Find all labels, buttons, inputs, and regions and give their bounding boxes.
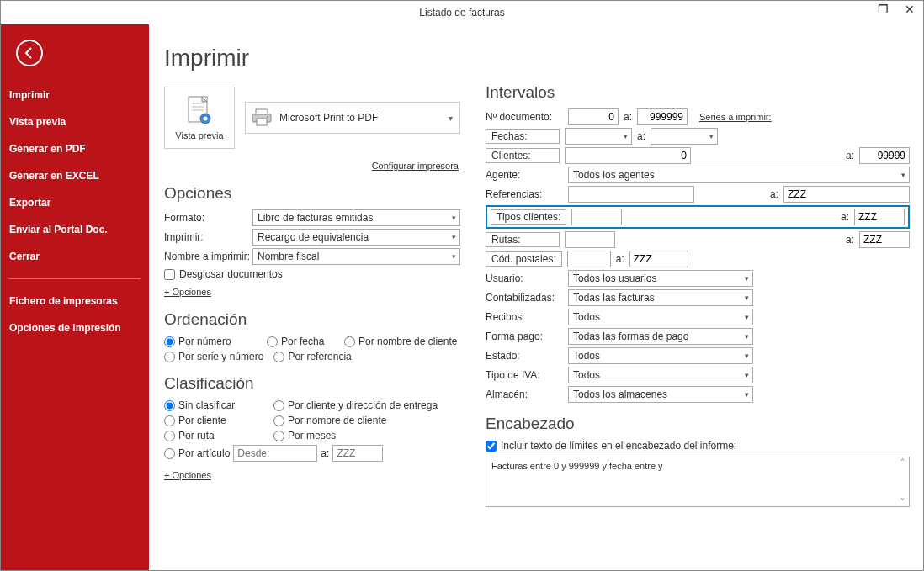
clasif-por-meses[interactable]: Por meses: [273, 430, 460, 441]
a-label: a:: [841, 211, 849, 223]
orden-por-nombre-cliente[interactable]: Por nombre de cliente: [344, 336, 457, 347]
a-label: a:: [624, 111, 632, 123]
a-label: a:: [321, 447, 329, 459]
fechas-button[interactable]: Fechas:: [486, 129, 560, 144]
articulo-hasta-input[interactable]: [332, 445, 383, 462]
printer-select[interactable]: Microsoft Print to PDF ▾: [245, 102, 460, 134]
agente-select[interactable]: Todos los agentes▾: [568, 167, 910, 183]
fecha-hasta-select[interactable]: ▾: [651, 128, 718, 145]
clientes-button[interactable]: Clientes:: [486, 148, 560, 163]
incluir-texto-checkbox[interactable]: Incluir texto de límites en el encabezad…: [486, 440, 910, 452]
tipos-clientes-button[interactable]: Tipos clientes:: [491, 209, 566, 225]
cp-from-input[interactable]: [567, 251, 611, 267]
fecha-desde-select[interactable]: ▾: [565, 128, 632, 145]
clasif-por-articulo[interactable]: Por artículo: [164, 447, 230, 459]
sidebar-item-exportar[interactable]: Exportar: [1, 189, 149, 216]
series-imprimir-link[interactable]: Series a imprimir:: [699, 112, 772, 122]
recibos-select[interactable]: Todos▾: [568, 309, 753, 325]
ref-from-input[interactable]: [568, 186, 694, 203]
contabilizadas-select[interactable]: Todas las facturas▾: [568, 289, 753, 306]
referencias-label: Referencias:: [486, 188, 563, 200]
tipo-iva-select[interactable]: Todos▾: [568, 367, 753, 383]
almacen-select[interactable]: Todos los almacenes▾: [568, 386, 753, 403]
ordenacion-heading: Ordenación: [164, 310, 460, 329]
back-button[interactable]: [16, 40, 43, 66]
rutas-button[interactable]: Rutas:: [486, 232, 560, 247]
tipos-from-input[interactable]: [571, 209, 622, 225]
scroll-down-icon[interactable]: ˅: [900, 497, 905, 506]
clasif-cliente-direccion[interactable]: Por cliente y dirección de entrega: [273, 399, 460, 411]
sidebar-item-fichero-impresoras[interactable]: Fichero de impresoras: [1, 288, 149, 315]
clasificacion-heading: Clasificación: [164, 374, 460, 393]
forma-pago-select[interactable]: Todas las formas de pago▾: [568, 328, 753, 345]
a-label: a:: [846, 234, 854, 246]
imprimir-select[interactable]: Recargo de equivalencia▾: [252, 229, 460, 246]
sidebar-item-opciones-impresion[interactable]: Opciones de impresión: [1, 315, 149, 341]
usuario-select[interactable]: Todos los usuarios▾: [568, 270, 753, 287]
close-icon[interactable]: ✕: [900, 3, 920, 16]
svg-rect-6: [256, 109, 268, 114]
arrow-left-icon: [23, 46, 36, 60]
ref-to-input[interactable]: [783, 186, 910, 203]
chevron-down-icon: ▾: [745, 313, 749, 321]
page-title: Imprimir: [164, 45, 460, 71]
a-label: a:: [846, 150, 854, 161]
svg-point-9: [267, 116, 268, 118]
clasif-por-ruta[interactable]: Por ruta: [164, 430, 273, 441]
ndoc-from-input[interactable]: [568, 108, 619, 125]
chevron-down-icon: ▾: [745, 371, 749, 379]
clientes-from-input[interactable]: [565, 147, 691, 164]
orden-por-numero[interactable]: Por número: [164, 336, 257, 347]
intervalos-heading: Intervalos: [486, 83, 910, 102]
printer-icon: [251, 108, 273, 127]
vista-previa-button[interactable]: Vista previa: [164, 87, 235, 149]
mas-opciones-link[interactable]: + Opciones: [164, 287, 211, 297]
contabilizadas-label: Contabilizadas:: [486, 292, 563, 304]
rutas-from-input[interactable]: [565, 231, 615, 248]
orden-por-fecha[interactable]: Por fecha: [267, 336, 334, 347]
a-label: a:: [616, 253, 624, 265]
tipo-iva-label: Tipo de IVA:: [486, 369, 563, 381]
nombre-select[interactable]: Nombre fiscal▾: [252, 248, 460, 265]
clasif-sin-clasificar[interactable]: Sin clasificar: [164, 399, 273, 411]
sidebar-item-imprimir[interactable]: Imprimir: [1, 82, 149, 108]
clientes-to-input[interactable]: [859, 147, 910, 164]
orden-por-referencia[interactable]: Por referencia: [273, 351, 366, 362]
sidebar-item-vista-previa[interactable]: Vista previa: [1, 108, 149, 135]
cod-postales-button[interactable]: Cód. postales:: [486, 251, 562, 267]
cp-to-input[interactable]: [629, 251, 688, 267]
sidebar-item-cerrar[interactable]: Cerrar: [1, 243, 149, 270]
formato-select[interactable]: Libro de facturas emitidas▾: [252, 209, 460, 226]
sidebar-item-generar-excel[interactable]: Generar en EXCEL: [1, 162, 149, 189]
chevron-down-icon: ▾: [452, 233, 456, 241]
nombre-label: Nombre a imprimir:: [164, 251, 252, 262]
estado-select[interactable]: Todos▾: [568, 347, 753, 364]
configurar-impresora-link[interactable]: Configurar impresora: [372, 161, 459, 171]
window-title: Listado de facturas: [419, 7, 504, 19]
tipos-to-input[interactable]: [854, 209, 905, 225]
clasif-por-nombre-cliente[interactable]: Por nombre de cliente: [273, 415, 460, 426]
a-label: a:: [637, 130, 645, 142]
ndoc-to-input[interactable]: [637, 108, 688, 125]
desglosar-checkbox[interactable]: Desglosar documentos: [164, 268, 460, 280]
usuario-label: Usuario:: [486, 272, 563, 284]
title-bar: Listado de facturas ❐ ✕: [1, 1, 923, 24]
encabezado-textarea[interactable]: Facturas entre 0 y 999999 y fecha entre …: [486, 457, 910, 507]
sidebar-item-generar-pdf[interactable]: Generar en PDF: [1, 135, 149, 162]
scroll-up-icon[interactable]: ˄: [900, 457, 905, 467]
document-preview-icon: [185, 95, 214, 127]
a-label: a:: [770, 188, 778, 200]
scrollbar[interactable]: ˄˅: [895, 457, 909, 506]
mas-opciones-clasif-link[interactable]: + Opciones: [164, 470, 211, 480]
forma-pago-label: Forma pago:: [486, 330, 563, 342]
orden-por-serie-numero[interactable]: Por serie y número: [164, 351, 263, 362]
chevron-down-icon: ▾: [709, 132, 714, 140]
clasif-por-cliente[interactable]: Por cliente: [164, 415, 273, 426]
chevron-down-icon: ▾: [745, 293, 749, 302]
sidebar: Imprimir Vista previa Generar en PDF Gen…: [1, 24, 149, 570]
sidebar-item-enviar-portal[interactable]: Enviar al Portal Doc.: [1, 216, 149, 243]
articulo-desde-input[interactable]: [233, 445, 317, 462]
imprimir-label: Imprimir:: [164, 231, 252, 243]
maximize-icon[interactable]: ❐: [873, 3, 893, 16]
rutas-to-input[interactable]: [859, 231, 910, 248]
